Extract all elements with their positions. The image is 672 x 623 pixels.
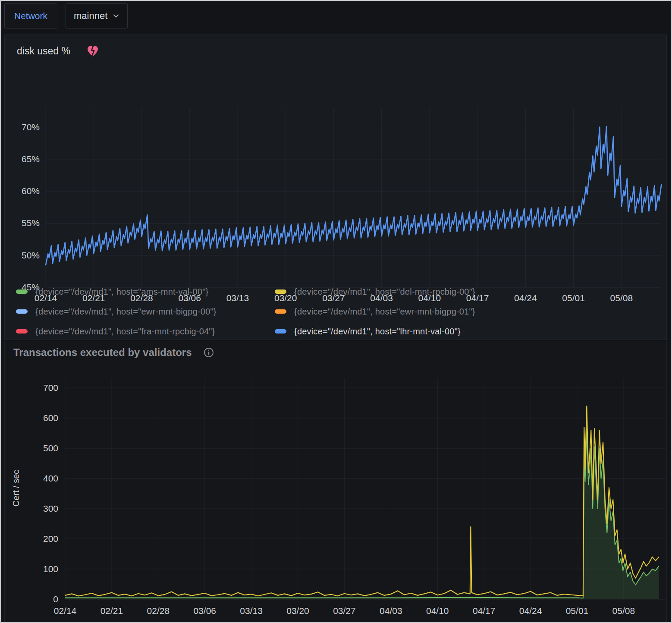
series-color-swatch xyxy=(16,329,28,334)
transactions-panel: Transactions executed by validators Cert… xyxy=(4,341,667,622)
series-color-swatch xyxy=(275,289,286,294)
disk-used-panel-header: disk used % xyxy=(17,44,100,57)
svg-text:03/13: 03/13 xyxy=(240,606,263,616)
legend-item-label: {device="/dev/md1", host="lhr-mnt-val-00… xyxy=(294,327,461,337)
network-variable-value: mainnet xyxy=(74,10,107,22)
svg-text:03/06: 03/06 xyxy=(193,606,216,616)
svg-text:60%: 60% xyxy=(22,186,40,196)
series-color-swatch xyxy=(16,289,28,294)
svg-text:05/08: 05/08 xyxy=(612,606,635,616)
svg-text:70%: 70% xyxy=(22,122,40,132)
legend-row: {device="/dev/md1", host="ams-mnt-val-00… xyxy=(16,282,534,302)
legend-item-label: {device="/dev/md1", host="ams-mnt-val-00… xyxy=(35,287,208,297)
svg-text:100: 100 xyxy=(43,564,58,574)
legend-item-label: {device="/dev/md1", host="ewr-mnt-bigpg-… xyxy=(294,307,475,317)
legend-row: {device="/dev/md1", host="ewr-mnt-bigpg-… xyxy=(16,302,534,321)
svg-text:02/14: 02/14 xyxy=(54,606,77,616)
svg-text:0: 0 xyxy=(53,594,58,604)
legend-row: {device="/dev/md1", host="fra-mnt-rpcbig… xyxy=(16,321,534,341)
svg-text:65%: 65% xyxy=(22,154,40,164)
legend-item-label: {device="/dev/md1", host="fra-mnt-rpcbig… xyxy=(35,327,215,337)
svg-text:03/20: 03/20 xyxy=(286,606,309,616)
svg-text:02/21: 02/21 xyxy=(100,606,123,616)
legend-item-label: {device="/dev/md1", host="ewr-mnt-bigpg-… xyxy=(35,307,217,317)
series-color-swatch xyxy=(16,309,28,314)
legend-item-ewr-mnt-bigpg-00[interactable]: {device="/dev/md1", host="ewr-mnt-bigpg-… xyxy=(16,307,275,317)
disk-used-panel: disk used % 02/1402/2102/2803/0603/1303/… xyxy=(4,35,667,340)
network-variable-dropdown[interactable]: mainnet xyxy=(66,3,128,28)
legend-item-del-mnt-rpcbig-00[interactable]: {device="/dev/md1", host="del-mnt-rpcbig… xyxy=(275,287,534,297)
svg-text:700: 700 xyxy=(43,383,58,393)
legend-item-fra-mnt-rpcbig-04[interactable]: {device="/dev/md1", host="fra-mnt-rpcbig… xyxy=(16,327,275,337)
chart-legend: {device="/dev/md1", host="ams-mnt-val-00… xyxy=(16,282,534,341)
svg-text:55%: 55% xyxy=(22,218,40,228)
svg-text:500: 500 xyxy=(43,443,58,453)
legend-item-ewr-mnt-bigpg-01[interactable]: {device="/dev/md1", host="ewr-mnt-bigpg-… xyxy=(275,307,534,317)
svg-text:04/10: 04/10 xyxy=(426,606,449,616)
svg-text:02/28: 02/28 xyxy=(147,606,170,616)
transactions-chart[interactable]: 02/1402/2102/2803/0603/1303/2003/2704/03… xyxy=(5,341,667,623)
series-color-swatch xyxy=(275,309,286,314)
network-variable-label: Network xyxy=(14,11,47,21)
broken-heart-icon xyxy=(86,44,100,57)
svg-text:400: 400 xyxy=(43,473,58,483)
series-color-swatch xyxy=(275,329,286,334)
legend-item-label: {device="/dev/md1", host="del-mnt-rpcbig… xyxy=(294,287,475,297)
svg-text:04/24: 04/24 xyxy=(519,606,542,616)
svg-text:03/27: 03/27 xyxy=(333,606,356,616)
legend-item-ams-mnt-val-00[interactable]: {device="/dev/md1", host="ams-mnt-val-00… xyxy=(16,287,275,297)
svg-text:04/17: 04/17 xyxy=(473,606,496,616)
disk-used-chart[interactable]: 02/1402/2102/2803/0603/1303/2003/2704/03… xyxy=(5,63,667,306)
svg-text:300: 300 xyxy=(43,503,58,513)
svg-text:600: 600 xyxy=(43,413,58,423)
panel-title: disk used % xyxy=(17,45,70,57)
svg-text:200: 200 xyxy=(43,534,58,544)
svg-text:05/08: 05/08 xyxy=(610,293,633,303)
svg-text:50%: 50% xyxy=(22,250,40,260)
svg-text:04/03: 04/03 xyxy=(380,606,402,616)
network-variable-button[interactable]: Network xyxy=(4,3,57,28)
legend-item-lhr-mnt-val-00[interactable]: {device="/dev/md1", host="lhr-mnt-val-00… xyxy=(275,327,534,337)
svg-text:05/01: 05/01 xyxy=(562,293,585,303)
chevron-down-icon xyxy=(113,13,119,19)
svg-text:05/01: 05/01 xyxy=(566,606,589,616)
